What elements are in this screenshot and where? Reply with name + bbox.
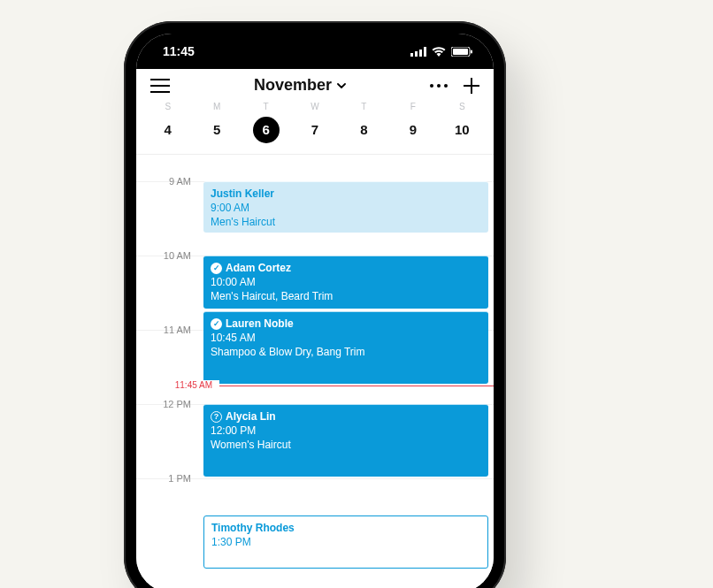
svg-rect-5 [453,49,468,55]
appointment-name-row: ✓Lauren Noble [211,317,481,331]
svg-rect-0 [410,53,413,57]
appointment-time: 9:00 AM [211,201,481,215]
question-icon: ? [211,411,222,423]
appointment-name: Adam Cortez [226,261,291,275]
day-number: 5 [203,117,230,143]
appointment-name-row: Justin Keller [211,187,481,201]
appointment-name-row: Timothy Rhodes [211,521,480,535]
day-of-week-label: S [438,102,487,111]
svg-point-11 [437,84,441,88]
svg-rect-3 [424,47,426,57]
week-row: S4M5T6W7T8F9S10 [136,96,494,155]
plus-icon [464,78,479,94]
hour-label: 1 PM [136,473,198,484]
appointment[interactable]: Justin Keller9:00 AMMen's Haircut [203,181,488,233]
appointment-time: 10:45 AM [211,331,481,345]
more-icon [430,84,448,88]
day-column[interactable]: T8 [340,102,388,143]
day-number: 10 [448,117,475,143]
wifi-icon [432,47,446,57]
svg-point-12 [444,84,448,88]
day-column[interactable]: S4 [143,102,192,143]
appointment-name: Justin Keller [211,187,274,201]
appointment-service: Shampoo & Blow Dry, Bang Trim [211,345,481,359]
month-label: November [254,76,332,95]
status-time: 11:45 [163,44,195,58]
app-header: November [136,69,494,96]
add-button[interactable] [464,78,479,94]
appointment-service: Men's Haircut, Beard Trim [211,289,481,303]
day-column[interactable]: M5 [192,102,241,143]
day-column[interactable]: S10 [438,102,487,143]
notch [226,34,403,58]
now-indicator: 11:45 AM [157,386,494,386]
appointment[interactable]: ?Alycia Lin12:00 PMWomen's Haircut [203,404,488,477]
svg-rect-2 [419,50,422,57]
svg-rect-1 [415,51,418,57]
more-button[interactable] [430,84,448,88]
appointment-name: Alycia Lin [226,409,276,424]
day-of-week-label: M [192,102,241,111]
day-number: 9 [400,117,426,143]
month-selector[interactable]: November [254,76,346,95]
day-number: 6 [253,117,280,143]
appointment[interactable]: ✓Lauren Noble10:45 AMShampoo & Blow Dry,… [203,311,488,384]
hour-label: 11 AM [136,325,198,335]
appointment[interactable]: ✓Adam Cortez10:00 AMMen's Haircut, Beard… [203,256,488,309]
check-icon: ✓ [211,263,222,274]
svg-point-10 [430,84,433,88]
appointment-name-row: ?Alycia Lin [211,409,481,424]
now-label: 11:45 AM [157,380,219,390]
day-number: 7 [302,117,328,143]
day-of-week-label: W [290,102,339,111]
appointment-service: Men's Haircut [211,215,481,229]
appointment-time: 12:00 PM [211,424,481,438]
day-of-week-label: T [340,102,388,111]
status-icons [410,47,472,57]
appointment-time: 10:00 AM [211,275,481,289]
phone-frame: 11:45 November [124,21,506,588]
appointment-service: Women's Haircut [211,438,481,452]
chevron-down-icon [337,83,346,88]
appointment-name-row: ✓Adam Cortez [211,261,481,275]
screen: 11:45 November [136,34,494,588]
hour-label: 10 AM [136,250,198,261]
day-column[interactable]: F9 [388,102,437,143]
day-number: 8 [350,117,377,143]
day-number: 4 [155,117,181,143]
menu-button[interactable] [150,79,170,93]
appointment[interactable]: Timothy Rhodes1:30 PM [203,515,488,569]
check-icon: ✓ [211,318,222,330]
hour-label: 12 PM [136,399,198,409]
appointment-name: Timothy Rhodes [211,521,295,535]
battery-icon [451,47,472,57]
agenda[interactable]: 9 AM10 AM11 AM12 PM1 PM11:45 AMJustin Ke… [136,155,494,588]
day-column[interactable]: W7 [290,102,339,143]
day-column[interactable]: T6 [242,102,290,143]
hamburger-icon [150,79,170,93]
appointment-time: 1:30 PM [211,535,480,549]
signal-icon [410,47,426,57]
day-of-week-label: F [388,102,437,111]
appointment-name: Lauren Noble [226,317,294,331]
day-of-week-label: S [143,102,192,111]
day-of-week-label: T [242,102,290,111]
svg-rect-6 [471,50,472,53]
hour-label: 9 AM [136,176,198,187]
